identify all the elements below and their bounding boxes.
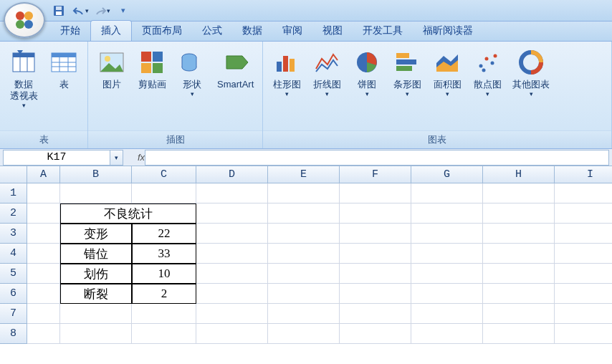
row-header-5[interactable]: 5 <box>0 264 27 284</box>
cell-E5[interactable] <box>268 264 340 284</box>
bar-chart-button[interactable]: 条形图▾ <box>388 44 426 100</box>
smartart-button[interactable]: SmartArt <box>213 44 258 93</box>
cell-E6[interactable] <box>268 284 340 304</box>
cell-G1[interactable] <box>411 183 483 203</box>
cell-B7[interactable] <box>60 304 132 324</box>
cell-B6[interactable]: 断裂 <box>60 284 132 304</box>
row-header-8[interactable]: 8 <box>0 324 27 344</box>
cell-E3[interactable] <box>268 224 340 244</box>
cell-D1[interactable] <box>196 183 268 203</box>
cell-A1[interactable] <box>27 183 60 203</box>
cell-I7[interactable] <box>555 304 612 324</box>
tab-view[interactable]: 视图 <box>312 21 353 41</box>
tab-review[interactable]: 审阅 <box>272 21 312 41</box>
tab-data[interactable]: 数据 <box>232 21 272 41</box>
cell-A7[interactable] <box>27 304 60 324</box>
cell-F2[interactable] <box>340 203 411 224</box>
fx-icon[interactable]: fx <box>138 152 145 163</box>
cell-E1[interactable] <box>268 183 340 203</box>
cell-C3[interactable]: 22 <box>132 224 196 244</box>
select-all-corner[interactable] <box>0 166 27 183</box>
cell-C1[interactable] <box>132 183 196 203</box>
cell-I8[interactable] <box>555 324 612 344</box>
row-header-4[interactable]: 4 <box>0 244 27 264</box>
tab-formula[interactable]: 公式 <box>192 21 232 41</box>
scatter-chart-button[interactable]: 散点图▾ <box>468 44 507 100</box>
cell-F7[interactable] <box>340 304 411 324</box>
formula-bar[interactable] <box>145 150 609 166</box>
col-header-D[interactable]: D <box>196 166 268 183</box>
cell-D4[interactable] <box>196 244 268 264</box>
col-header-B[interactable]: B <box>60 166 132 183</box>
cell-I4[interactable] <box>555 244 612 264</box>
name-box-dropdown[interactable]: ▾ <box>110 150 123 166</box>
cell-B4[interactable]: 错位 <box>60 244 132 264</box>
cell-H1[interactable] <box>483 183 555 203</box>
name-box[interactable]: K17 <box>3 150 110 166</box>
cell-A4[interactable] <box>27 244 60 264</box>
col-header-H[interactable]: H <box>483 166 555 183</box>
cell-C4[interactable]: 33 <box>132 244 196 264</box>
table-button[interactable]: 表 <box>44 44 83 93</box>
col-header-E[interactable]: E <box>268 166 340 183</box>
shapes-button[interactable]: 形状▾ <box>173 44 211 100</box>
cell-I3[interactable] <box>555 224 612 244</box>
col-header-I[interactable]: I <box>555 166 612 183</box>
tab-home[interactable]: 开始 <box>50 21 90 41</box>
cell-I5[interactable] <box>555 264 612 284</box>
cell-H6[interactable] <box>483 284 555 304</box>
cell-E8[interactable] <box>268 324 340 344</box>
tab-dev[interactable]: 开发工具 <box>353 21 413 41</box>
cell-I1[interactable] <box>555 183 612 203</box>
cell-D5[interactable] <box>196 264 268 284</box>
col-header-F[interactable]: F <box>340 166 411 183</box>
cell-G2[interactable] <box>411 203 483 224</box>
row-header-2[interactable]: 2 <box>0 203 27 224</box>
cell-E7[interactable] <box>268 304 340 324</box>
cell-G8[interactable] <box>411 324 483 344</box>
cell-H5[interactable] <box>483 264 555 284</box>
redo-button[interactable]: ▾ <box>93 3 110 19</box>
cell-D3[interactable] <box>196 224 268 244</box>
cell-F3[interactable] <box>340 224 411 244</box>
row-header-7[interactable]: 7 <box>0 304 27 324</box>
area-chart-button[interactable]: 面积图▾ <box>428 44 467 100</box>
office-button[interactable] <box>4 2 45 38</box>
pivot-table-button[interactable]: 数据 透视表▾ <box>4 44 43 112</box>
cell-E2[interactable] <box>268 203 340 224</box>
cell-B2[interactable]: 不良统计 <box>60 203 196 224</box>
cell-F4[interactable] <box>340 244 411 264</box>
cell-F5[interactable] <box>340 264 411 284</box>
cell-G3[interactable] <box>411 224 483 244</box>
cell-A2[interactable] <box>27 203 60 224</box>
cell-B5[interactable]: 划伤 <box>60 264 132 284</box>
cell-H4[interactable] <box>483 244 555 264</box>
cell-I6[interactable] <box>555 284 612 304</box>
cell-C7[interactable] <box>132 304 196 324</box>
cell-G4[interactable] <box>411 244 483 264</box>
cell-G6[interactable] <box>411 284 483 304</box>
tab-layout[interactable]: 页面布局 <box>132 21 192 41</box>
cell-H7[interactable] <box>483 304 555 324</box>
cell-I2[interactable] <box>555 203 612 224</box>
cell-H3[interactable] <box>483 224 555 244</box>
col-header-G[interactable]: G <box>411 166 483 183</box>
save-button[interactable] <box>50 3 67 19</box>
clipart-button[interactable]: 剪贴画 <box>133 44 171 93</box>
row-header-1[interactable]: 1 <box>0 183 27 203</box>
cell-A8[interactable] <box>27 324 60 344</box>
picture-button[interactable]: 图片 <box>92 44 131 93</box>
cell-B1[interactable] <box>60 183 132 203</box>
col-header-A[interactable]: A <box>27 166 60 183</box>
cells-area[interactable]: 不良统计变形22错位33划伤10断裂2 <box>27 183 612 344</box>
pie-chart-button[interactable]: 饼图▾ <box>348 44 386 100</box>
undo-button[interactable]: ▾ <box>72 3 89 19</box>
column-chart-button[interactable]: 柱形图▾ <box>267 44 306 100</box>
cell-F8[interactable] <box>340 324 411 344</box>
cell-A6[interactable] <box>27 284 60 304</box>
cell-A3[interactable] <box>27 224 60 244</box>
cell-H8[interactable] <box>483 324 555 344</box>
cell-H2[interactable] <box>483 203 555 224</box>
cell-G5[interactable] <box>411 264 483 284</box>
cell-E4[interactable] <box>268 244 340 264</box>
